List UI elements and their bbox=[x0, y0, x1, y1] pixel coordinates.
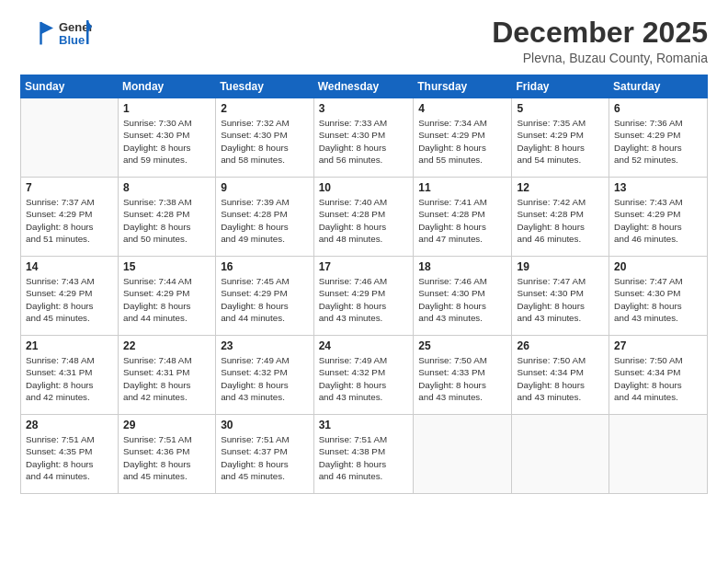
day-number: 10 bbox=[319, 181, 409, 194]
day-number: 19 bbox=[517, 260, 604, 273]
day-of-week-header: Tuesday bbox=[216, 75, 313, 98]
calendar-cell: 18Sunrise: 7:46 AMSunset: 4:30 PMDayligh… bbox=[414, 257, 512, 336]
calendar-cell: 27Sunrise: 7:50 AMSunset: 4:34 PMDayligh… bbox=[609, 336, 708, 415]
header-row: SundayMondayTuesdayWednesdayThursdayFrid… bbox=[21, 75, 708, 98]
day-number: 30 bbox=[221, 419, 308, 431]
day-number: 15 bbox=[123, 260, 210, 273]
page: General Blue December 2025 Plevna, Buzau… bbox=[0, 0, 728, 563]
svg-rect-0 bbox=[20, 17, 53, 51]
day-number: 16 bbox=[221, 260, 308, 273]
cell-info: Sunrise: 7:37 AMSunset: 4:29 PMDaylight:… bbox=[26, 196, 113, 245]
cell-info: Sunrise: 7:32 AMSunset: 4:30 PMDaylight:… bbox=[221, 117, 308, 166]
logo: General Blue bbox=[20, 17, 92, 52]
day-number: 20 bbox=[614, 260, 702, 273]
cell-info: Sunrise: 7:39 AMSunset: 4:28 PMDaylight:… bbox=[221, 196, 308, 245]
cell-info: Sunrise: 7:49 AMSunset: 4:32 PMDaylight:… bbox=[221, 354, 308, 403]
day-number: 1 bbox=[123, 102, 210, 115]
cell-info: Sunrise: 7:34 AMSunset: 4:29 PMDaylight:… bbox=[418, 117, 506, 166]
cell-info: Sunrise: 7:51 AMSunset: 4:37 PMDaylight:… bbox=[221, 433, 308, 482]
calendar-body: 1Sunrise: 7:30 AMSunset: 4:30 PMDaylight… bbox=[21, 98, 708, 494]
calendar-cell: 17Sunrise: 7:46 AMSunset: 4:29 PMDayligh… bbox=[313, 257, 414, 336]
cell-info: Sunrise: 7:33 AMSunset: 4:30 PMDaylight:… bbox=[319, 117, 409, 166]
calendar-cell: 10Sunrise: 7:40 AMSunset: 4:28 PMDayligh… bbox=[313, 178, 414, 257]
calendar-cell: 19Sunrise: 7:47 AMSunset: 4:30 PMDayligh… bbox=[512, 257, 609, 336]
day-number: 24 bbox=[319, 339, 409, 352]
month-title: December 2025 bbox=[492, 17, 708, 49]
day-number: 17 bbox=[319, 260, 409, 273]
day-number: 12 bbox=[517, 181, 604, 194]
calendar-cell: 14Sunrise: 7:43 AMSunset: 4:29 PMDayligh… bbox=[21, 257, 119, 336]
calendar-cell bbox=[414, 415, 512, 494]
cell-info: Sunrise: 7:46 AMSunset: 4:30 PMDaylight:… bbox=[418, 275, 506, 324]
header: General Blue December 2025 Plevna, Buzau… bbox=[20, 17, 708, 65]
day-number: 27 bbox=[614, 339, 702, 352]
cell-info: Sunrise: 7:40 AMSunset: 4:28 PMDaylight:… bbox=[319, 196, 409, 245]
cell-info: Sunrise: 7:41 AMSunset: 4:28 PMDaylight:… bbox=[418, 196, 506, 245]
calendar-cell: 15Sunrise: 7:44 AMSunset: 4:29 PMDayligh… bbox=[118, 257, 215, 336]
calendar-cell bbox=[512, 415, 609, 494]
calendar-cell: 5Sunrise: 7:35 AMSunset: 4:29 PMDaylight… bbox=[512, 98, 609, 178]
calendar-week-row: 14Sunrise: 7:43 AMSunset: 4:29 PMDayligh… bbox=[21, 257, 708, 336]
day-number: 11 bbox=[418, 181, 506, 194]
svg-rect-6 bbox=[86, 20, 89, 44]
calendar-cell: 11Sunrise: 7:41 AMSunset: 4:28 PMDayligh… bbox=[414, 178, 512, 257]
cell-info: Sunrise: 7:46 AMSunset: 4:29 PMDaylight:… bbox=[319, 275, 409, 324]
day-number: 26 bbox=[517, 339, 604, 352]
cell-info: Sunrise: 7:47 AMSunset: 4:30 PMDaylight:… bbox=[614, 275, 702, 324]
calendar-cell: 12Sunrise: 7:42 AMSunset: 4:28 PMDayligh… bbox=[512, 178, 609, 257]
cell-info: Sunrise: 7:51 AMSunset: 4:38 PMDaylight:… bbox=[319, 433, 409, 482]
logo-icon bbox=[20, 17, 53, 51]
day-number: 3 bbox=[319, 102, 409, 115]
day-number: 13 bbox=[614, 181, 702, 194]
cell-info: Sunrise: 7:48 AMSunset: 4:31 PMDaylight:… bbox=[123, 354, 210, 403]
cell-info: Sunrise: 7:50 AMSunset: 4:33 PMDaylight:… bbox=[418, 354, 506, 403]
calendar-cell: 4Sunrise: 7:34 AMSunset: 4:29 PMDaylight… bbox=[414, 98, 512, 178]
location-subtitle: Plevna, Buzau County, Romania bbox=[492, 51, 708, 65]
logo-text-block: General Blue bbox=[57, 17, 92, 52]
cell-info: Sunrise: 7:51 AMSunset: 4:36 PMDaylight:… bbox=[123, 433, 210, 482]
calendar-cell: 24Sunrise: 7:49 AMSunset: 4:32 PMDayligh… bbox=[313, 336, 414, 415]
cell-info: Sunrise: 7:47 AMSunset: 4:30 PMDaylight:… bbox=[517, 275, 604, 324]
day-number: 28 bbox=[26, 419, 113, 431]
day-number: 29 bbox=[123, 419, 210, 431]
day-number: 5 bbox=[517, 102, 604, 115]
calendar-cell: 16Sunrise: 7:45 AMSunset: 4:29 PMDayligh… bbox=[216, 257, 313, 336]
day-of-week-header: Wednesday bbox=[313, 75, 414, 98]
day-of-week-header: Sunday bbox=[21, 75, 119, 98]
calendar-cell bbox=[21, 98, 119, 178]
day-number: 18 bbox=[418, 260, 506, 273]
cell-info: Sunrise: 7:50 AMSunset: 4:34 PMDaylight:… bbox=[517, 354, 604, 403]
calendar-cell: 9Sunrise: 7:39 AMSunset: 4:28 PMDaylight… bbox=[216, 178, 313, 257]
calendar-cell: 8Sunrise: 7:38 AMSunset: 4:28 PMDaylight… bbox=[118, 178, 215, 257]
day-number: 4 bbox=[418, 102, 506, 115]
day-of-week-header: Friday bbox=[512, 75, 609, 98]
calendar-week-row: 1Sunrise: 7:30 AMSunset: 4:30 PMDaylight… bbox=[21, 98, 708, 178]
day-number: 8 bbox=[123, 181, 210, 194]
calendar-week-row: 28Sunrise: 7:51 AMSunset: 4:35 PMDayligh… bbox=[21, 415, 708, 494]
calendar-cell: 26Sunrise: 7:50 AMSunset: 4:34 PMDayligh… bbox=[512, 336, 609, 415]
calendar-cell bbox=[609, 415, 708, 494]
calendar-cell: 28Sunrise: 7:51 AMSunset: 4:35 PMDayligh… bbox=[21, 415, 119, 494]
calendar-cell: 23Sunrise: 7:49 AMSunset: 4:32 PMDayligh… bbox=[216, 336, 313, 415]
title-block: December 2025 Plevna, Buzau County, Roma… bbox=[492, 17, 708, 65]
calendar-cell: 2Sunrise: 7:32 AMSunset: 4:30 PMDaylight… bbox=[216, 98, 313, 178]
calendar-cell: 6Sunrise: 7:36 AMSunset: 4:29 PMDaylight… bbox=[609, 98, 708, 178]
cell-info: Sunrise: 7:35 AMSunset: 4:29 PMDaylight:… bbox=[517, 117, 604, 166]
cell-info: Sunrise: 7:38 AMSunset: 4:28 PMDaylight:… bbox=[123, 196, 210, 245]
svg-rect-2 bbox=[40, 22, 41, 45]
day-number: 31 bbox=[319, 419, 409, 431]
calendar-cell: 1Sunrise: 7:30 AMSunset: 4:30 PMDaylight… bbox=[118, 98, 215, 178]
cell-info: Sunrise: 7:30 AMSunset: 4:30 PMDaylight:… bbox=[123, 117, 210, 166]
cell-info: Sunrise: 7:48 AMSunset: 4:31 PMDaylight:… bbox=[26, 354, 113, 403]
generalblue-logo-svg: General Blue bbox=[57, 17, 92, 52]
day-number: 6 bbox=[614, 102, 702, 115]
cell-info: Sunrise: 7:42 AMSunset: 4:28 PMDaylight:… bbox=[517, 196, 604, 245]
calendar-cell: 13Sunrise: 7:43 AMSunset: 4:29 PMDayligh… bbox=[609, 178, 708, 257]
day-number: 22 bbox=[123, 339, 210, 352]
calendar-cell: 22Sunrise: 7:48 AMSunset: 4:31 PMDayligh… bbox=[118, 336, 215, 415]
day-number: 2 bbox=[221, 102, 308, 115]
day-of-week-header: Saturday bbox=[609, 75, 708, 98]
calendar-cell: 3Sunrise: 7:33 AMSunset: 4:30 PMDaylight… bbox=[313, 98, 414, 178]
day-of-week-header: Thursday bbox=[414, 75, 512, 98]
calendar-header: SundayMondayTuesdayWednesdayThursdayFrid… bbox=[21, 75, 708, 98]
